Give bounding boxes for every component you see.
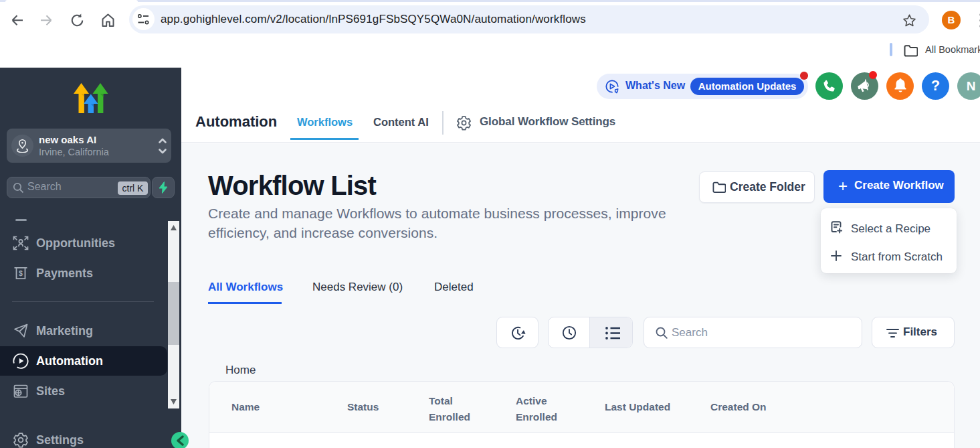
svg-text:$: $ bbox=[19, 269, 23, 277]
